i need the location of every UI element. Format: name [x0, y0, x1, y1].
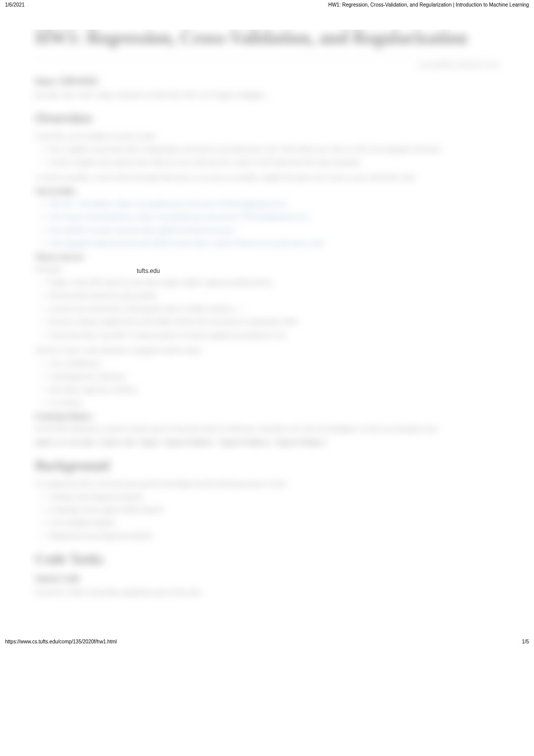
overview-note: As much as possible, we have tried to de…	[35, 172, 499, 182]
file-item: cross_validation.py	[49, 358, 499, 368]
zip-item: Lean doc key research piece, following t…	[49, 304, 499, 314]
overview-item: First, complete several short tasks: wri…	[49, 144, 499, 154]
last-modified: Last modified: 2020-09-29 14:04	[35, 60, 499, 70]
starter-code-text: See the hw1 folder of the public assignm…	[35, 587, 499, 597]
due-date: Due date: Wed. 9/30/11:59pm Anywhere on …	[35, 90, 499, 100]
background-text: To complete this HW, you'll need some sp…	[35, 479, 499, 489]
turn-in-link[interactable]: This autograder requires the tufts.edu G…	[49, 239, 324, 247]
what-turn-in-heading: What to turn in:	[35, 253, 499, 261]
zip-subheading: ZIP report	[35, 264, 499, 274]
page-title: HW1: Regression, Cross-Validation, and R…	[35, 27, 499, 48]
bg-item: Regularized Linear Regression (day05)	[49, 531, 499, 541]
zip-note: ZIP Part of source code submitted to aut…	[35, 345, 499, 355]
evaluation-heading: Evaluation Rubric:	[35, 413, 499, 421]
file-item: viz_tools.py	[49, 398, 499, 408]
print-date: 1/6/2021	[5, 2, 25, 8]
tab-title: HW1: Regression, Cross-Validation, and R…	[328, 2, 529, 8]
overview-heading: Overview	[35, 110, 499, 126]
turn-in-item: File available via starter-code link: ht…	[49, 225, 499, 235]
code-tasks-heading: Code Tasks	[35, 551, 499, 567]
zip-item: Section later that is task-PDF! we pleas…	[49, 330, 499, 340]
zip-item: PDF described clearly the entire problem…	[49, 291, 499, 301]
turn-in-item: This autograder requires the tufts.edu G…	[49, 238, 499, 248]
turn-in-link[interactable]: ZIP code + README to: https://www.grades…	[49, 200, 288, 207]
turn-in-item: ZIP of report code submission to: https:…	[49, 212, 499, 222]
visible-link-fragment: tufts.edu	[135, 267, 162, 274]
footer-url: https://www.cs.tufts.edu/comp/135/2020f/…	[5, 639, 117, 644]
points-line: points | srv cross data - feature code -…	[35, 437, 499, 447]
bg-item: Training Linear Regression (day02)	[49, 492, 499, 502]
page-indicator: 1/5	[522, 639, 529, 644]
turn-in-link[interactable]: ZIP of report code submission to: https:…	[49, 213, 309, 220]
turn-in-item: ZIP code + README to: https://www.grades…	[49, 199, 499, 209]
turn-in-link[interactable]: File available via starter-code link: ht…	[49, 226, 236, 234]
starter-code-heading: Starter Code	[35, 574, 499, 583]
divider	[35, 56, 499, 56]
bg-item: Cross Validation (day04)	[49, 518, 499, 528]
zip-item: Becomes a human readable file (it's READ…	[49, 317, 499, 327]
file-item: LinearRegression_sklearn.py	[49, 371, 499, 382]
turn-in-heading: Turn-in links:	[35, 187, 499, 196]
overview-text: In this HW, you'll complete two parts in…	[35, 131, 499, 141]
evaluation-text: See the PDF submission, a portion of bel…	[35, 424, 499, 434]
file-item: train_linear_regression_model.py	[49, 385, 499, 395]
background-heading: Background	[35, 457, 499, 474]
zip-item: Prepare a short PDF report (no more than…	[49, 277, 499, 288]
overview-item: Second, complete some analysis tasks whi…	[49, 157, 499, 167]
bg-item: Evaluating Linear/Logistic Models (day03…	[49, 505, 499, 515]
dates-heading: Dates: UPDATED	[35, 77, 499, 86]
